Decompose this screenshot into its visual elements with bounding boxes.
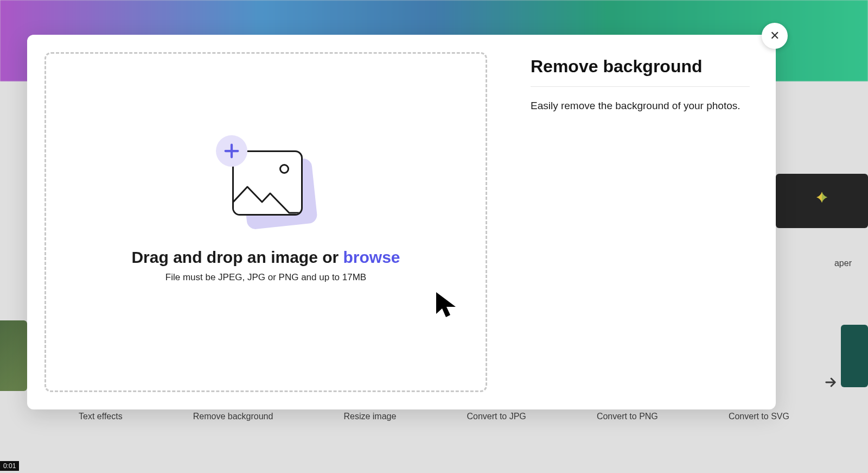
cursor-icon bbox=[434, 290, 460, 320]
drop-subtext: File must be JPEG, JPG or PNG and up to … bbox=[165, 272, 366, 283]
close-button[interactable]: ✕ bbox=[762, 23, 788, 49]
upload-modal: ✕ Drag and drop an image or browse File … bbox=[27, 35, 776, 409]
drop-title-text: Drag and drop an image or bbox=[131, 248, 343, 266]
side-panel-description: Easily remove the background of your pho… bbox=[531, 99, 750, 113]
side-panel: Remove background Easily remove the back… bbox=[505, 35, 776, 409]
side-panel-title: Remove background bbox=[531, 56, 750, 87]
close-icon: ✕ bbox=[770, 29, 780, 43]
plus-badge bbox=[216, 135, 247, 167]
image-icon-mountains bbox=[232, 181, 303, 215]
upload-illustration bbox=[217, 140, 315, 226]
browse-link[interactable]: browse bbox=[343, 248, 400, 266]
drop-panel: Drag and drop an image or browse File mu… bbox=[27, 35, 505, 409]
image-icon-sun bbox=[279, 164, 289, 174]
plus-icon bbox=[222, 142, 241, 160]
drop-zone[interactable]: Drag and drop an image or browse File mu… bbox=[44, 52, 487, 392]
drop-title: Drag and drop an image or browse bbox=[131, 248, 400, 267]
